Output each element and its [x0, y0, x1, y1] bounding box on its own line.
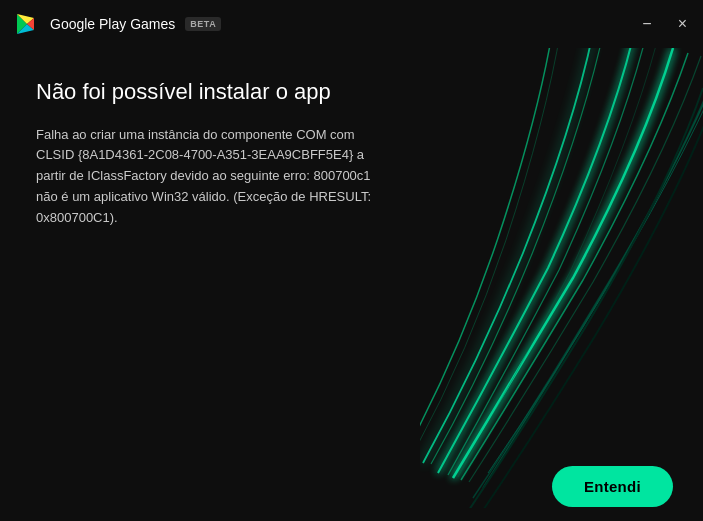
content-area: Não foi possível instalar o app Falha ao…	[0, 48, 703, 521]
bottom-bar: Entendi	[0, 451, 703, 521]
title-bar-left: Google Play Games BETA	[12, 10, 221, 38]
app-icon	[12, 10, 40, 38]
confirm-button[interactable]: Entendi	[552, 466, 673, 507]
title-bar: Google Play Games BETA − ×	[0, 0, 703, 48]
beta-badge: BETA	[185, 17, 221, 31]
window: Google Play Games BETA − × Não foi possí…	[0, 0, 703, 521]
neon-decoration	[420, 48, 703, 508]
title-bar-controls: − ×	[638, 14, 691, 34]
minimize-button[interactable]: −	[638, 14, 655, 34]
error-body: Falha ao criar uma instância do componen…	[36, 125, 390, 229]
app-title: Google Play Games	[50, 16, 175, 32]
error-title: Não foi possível instalar o app	[36, 78, 390, 107]
close-button[interactable]: ×	[674, 14, 691, 34]
